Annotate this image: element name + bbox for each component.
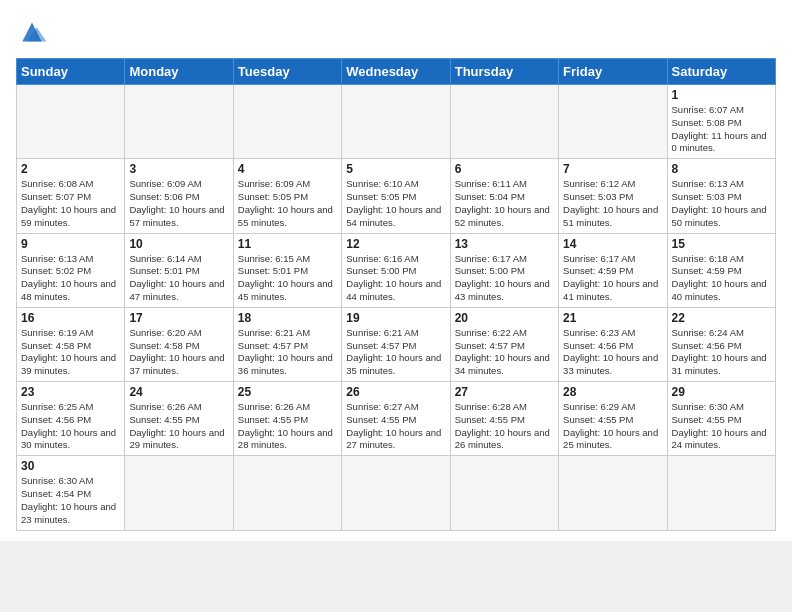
calendar-cell (559, 456, 667, 530)
calendar-body: 1Sunrise: 6:07 AMSunset: 5:08 PMDaylight… (17, 85, 776, 531)
day-info: Sunrise: 6:26 AMSunset: 4:55 PMDaylight:… (129, 401, 228, 452)
calendar-cell: 15Sunrise: 6:18 AMSunset: 4:59 PMDayligh… (667, 233, 775, 307)
calendar-cell: 14Sunrise: 6:17 AMSunset: 4:59 PMDayligh… (559, 233, 667, 307)
day-info: Sunrise: 6:10 AMSunset: 5:05 PMDaylight:… (346, 178, 445, 229)
calendar-cell: 11Sunrise: 6:15 AMSunset: 5:01 PMDayligh… (233, 233, 341, 307)
week-row: 1Sunrise: 6:07 AMSunset: 5:08 PMDaylight… (17, 85, 776, 159)
calendar-cell: 16Sunrise: 6:19 AMSunset: 4:58 PMDayligh… (17, 307, 125, 381)
day-number: 4 (238, 162, 337, 176)
calendar-cell: 21Sunrise: 6:23 AMSunset: 4:56 PMDayligh… (559, 307, 667, 381)
page: SundayMondayTuesdayWednesdayThursdayFrid… (0, 0, 792, 541)
day-info: Sunrise: 6:13 AMSunset: 5:02 PMDaylight:… (21, 253, 120, 304)
week-row: 9Sunrise: 6:13 AMSunset: 5:02 PMDaylight… (17, 233, 776, 307)
day-number: 26 (346, 385, 445, 399)
day-info: Sunrise: 6:09 AMSunset: 5:05 PMDaylight:… (238, 178, 337, 229)
calendar-cell: 13Sunrise: 6:17 AMSunset: 5:00 PMDayligh… (450, 233, 558, 307)
day-number: 11 (238, 237, 337, 251)
week-row: 2Sunrise: 6:08 AMSunset: 5:07 PMDaylight… (17, 159, 776, 233)
calendar-cell: 2Sunrise: 6:08 AMSunset: 5:07 PMDaylight… (17, 159, 125, 233)
day-number: 3 (129, 162, 228, 176)
calendar-cell: 25Sunrise: 6:26 AMSunset: 4:55 PMDayligh… (233, 382, 341, 456)
calendar-cell: 26Sunrise: 6:27 AMSunset: 4:55 PMDayligh… (342, 382, 450, 456)
day-number: 18 (238, 311, 337, 325)
day-info: Sunrise: 6:07 AMSunset: 5:08 PMDaylight:… (672, 104, 771, 155)
calendar-cell (450, 85, 558, 159)
weekday-header-tuesday: Tuesday (233, 59, 341, 85)
weekday-header-wednesday: Wednesday (342, 59, 450, 85)
day-info: Sunrise: 6:28 AMSunset: 4:55 PMDaylight:… (455, 401, 554, 452)
day-info: Sunrise: 6:17 AMSunset: 4:59 PMDaylight:… (563, 253, 662, 304)
day-number: 20 (455, 311, 554, 325)
day-number: 1 (672, 88, 771, 102)
week-row: 23Sunrise: 6:25 AMSunset: 4:56 PMDayligh… (17, 382, 776, 456)
day-number: 23 (21, 385, 120, 399)
day-number: 15 (672, 237, 771, 251)
logo (16, 16, 52, 48)
calendar-cell: 6Sunrise: 6:11 AMSunset: 5:04 PMDaylight… (450, 159, 558, 233)
calendar-cell (17, 85, 125, 159)
day-info: Sunrise: 6:21 AMSunset: 4:57 PMDaylight:… (346, 327, 445, 378)
day-info: Sunrise: 6:20 AMSunset: 4:58 PMDaylight:… (129, 327, 228, 378)
calendar-cell (233, 456, 341, 530)
day-info: Sunrise: 6:16 AMSunset: 5:00 PMDaylight:… (346, 253, 445, 304)
day-number: 24 (129, 385, 228, 399)
day-info: Sunrise: 6:22 AMSunset: 4:57 PMDaylight:… (455, 327, 554, 378)
calendar-cell (233, 85, 341, 159)
calendar-cell: 1Sunrise: 6:07 AMSunset: 5:08 PMDaylight… (667, 85, 775, 159)
day-number: 30 (21, 459, 120, 473)
day-info: Sunrise: 6:08 AMSunset: 5:07 PMDaylight:… (21, 178, 120, 229)
calendar-cell: 29Sunrise: 6:30 AMSunset: 4:55 PMDayligh… (667, 382, 775, 456)
calendar-cell: 24Sunrise: 6:26 AMSunset: 4:55 PMDayligh… (125, 382, 233, 456)
day-number: 13 (455, 237, 554, 251)
calendar: SundayMondayTuesdayWednesdayThursdayFrid… (16, 58, 776, 531)
calendar-cell: 8Sunrise: 6:13 AMSunset: 5:03 PMDaylight… (667, 159, 775, 233)
calendar-cell: 9Sunrise: 6:13 AMSunset: 5:02 PMDaylight… (17, 233, 125, 307)
calendar-cell (342, 85, 450, 159)
logo-icon (16, 16, 48, 48)
day-info: Sunrise: 6:17 AMSunset: 5:00 PMDaylight:… (455, 253, 554, 304)
day-info: Sunrise: 6:18 AMSunset: 4:59 PMDaylight:… (672, 253, 771, 304)
calendar-cell: 28Sunrise: 6:29 AMSunset: 4:55 PMDayligh… (559, 382, 667, 456)
calendar-cell: 4Sunrise: 6:09 AMSunset: 5:05 PMDaylight… (233, 159, 341, 233)
day-number: 10 (129, 237, 228, 251)
day-number: 19 (346, 311, 445, 325)
day-number: 6 (455, 162, 554, 176)
calendar-cell (667, 456, 775, 530)
day-number: 27 (455, 385, 554, 399)
day-info: Sunrise: 6:12 AMSunset: 5:03 PMDaylight:… (563, 178, 662, 229)
day-info: Sunrise: 6:30 AMSunset: 4:55 PMDaylight:… (672, 401, 771, 452)
day-number: 9 (21, 237, 120, 251)
day-number: 29 (672, 385, 771, 399)
day-info: Sunrise: 6:23 AMSunset: 4:56 PMDaylight:… (563, 327, 662, 378)
day-info: Sunrise: 6:24 AMSunset: 4:56 PMDaylight:… (672, 327, 771, 378)
day-info: Sunrise: 6:30 AMSunset: 4:54 PMDaylight:… (21, 475, 120, 526)
day-number: 16 (21, 311, 120, 325)
day-info: Sunrise: 6:29 AMSunset: 4:55 PMDaylight:… (563, 401, 662, 452)
calendar-cell: 10Sunrise: 6:14 AMSunset: 5:01 PMDayligh… (125, 233, 233, 307)
week-row: 30Sunrise: 6:30 AMSunset: 4:54 PMDayligh… (17, 456, 776, 530)
calendar-cell: 12Sunrise: 6:16 AMSunset: 5:00 PMDayligh… (342, 233, 450, 307)
calendar-cell: 30Sunrise: 6:30 AMSunset: 4:54 PMDayligh… (17, 456, 125, 530)
day-info: Sunrise: 6:19 AMSunset: 4:58 PMDaylight:… (21, 327, 120, 378)
day-number: 12 (346, 237, 445, 251)
weekday-header-sunday: Sunday (17, 59, 125, 85)
day-number: 17 (129, 311, 228, 325)
day-info: Sunrise: 6:11 AMSunset: 5:04 PMDaylight:… (455, 178, 554, 229)
calendar-cell (342, 456, 450, 530)
day-number: 8 (672, 162, 771, 176)
calendar-cell: 27Sunrise: 6:28 AMSunset: 4:55 PMDayligh… (450, 382, 558, 456)
weekday-header-monday: Monday (125, 59, 233, 85)
calendar-cell: 20Sunrise: 6:22 AMSunset: 4:57 PMDayligh… (450, 307, 558, 381)
day-number: 7 (563, 162, 662, 176)
day-number: 5 (346, 162, 445, 176)
day-number: 21 (563, 311, 662, 325)
day-number: 2 (21, 162, 120, 176)
calendar-cell: 22Sunrise: 6:24 AMSunset: 4:56 PMDayligh… (667, 307, 775, 381)
calendar-cell: 5Sunrise: 6:10 AMSunset: 5:05 PMDaylight… (342, 159, 450, 233)
day-info: Sunrise: 6:15 AMSunset: 5:01 PMDaylight:… (238, 253, 337, 304)
weekday-header-thursday: Thursday (450, 59, 558, 85)
day-info: Sunrise: 6:26 AMSunset: 4:55 PMDaylight:… (238, 401, 337, 452)
day-info: Sunrise: 6:14 AMSunset: 5:01 PMDaylight:… (129, 253, 228, 304)
day-info: Sunrise: 6:27 AMSunset: 4:55 PMDaylight:… (346, 401, 445, 452)
calendar-cell: 19Sunrise: 6:21 AMSunset: 4:57 PMDayligh… (342, 307, 450, 381)
